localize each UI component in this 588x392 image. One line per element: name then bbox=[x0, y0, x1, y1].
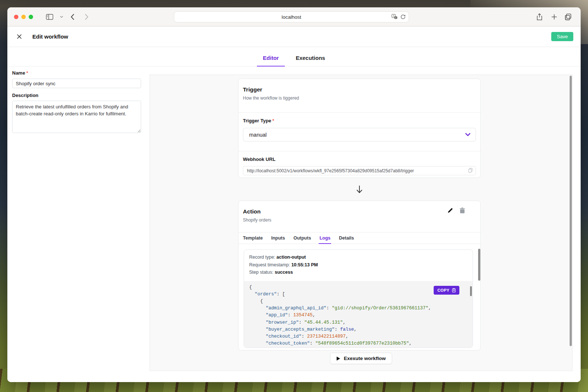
required-asterisk: * bbox=[26, 70, 28, 76]
tab-inputs[interactable]: Inputs bbox=[271, 233, 285, 244]
log-panel-scrollbar-thumb[interactable] bbox=[478, 249, 480, 281]
description-label: Description bbox=[12, 93, 145, 98]
step-status-value: success bbox=[275, 270, 293, 275]
tab-template[interactable]: Template bbox=[243, 233, 263, 244]
sidebar-chevron-down-icon[interactable] bbox=[57, 12, 66, 21]
edit-pencil-icon[interactable] bbox=[447, 208, 453, 215]
trigger-card-header: Trigger How the workflow is tiggered bbox=[239, 79, 480, 113]
delete-trash-icon[interactable] bbox=[460, 208, 465, 215]
record-type-value: action-output bbox=[276, 255, 306, 260]
step-status-row: Step status: success bbox=[249, 270, 467, 275]
trigger-card: Trigger How the workflow is tiggered Tri… bbox=[238, 79, 481, 178]
trigger-type-section: Trigger Type* manual bbox=[239, 113, 480, 151]
name-label: Name* bbox=[12, 70, 145, 76]
forward-icon[interactable] bbox=[82, 12, 91, 21]
trigger-title: Trigger bbox=[243, 86, 476, 93]
tab-overview-icon[interactable] bbox=[563, 12, 573, 21]
action-card: Action Shopify orders bbox=[238, 201, 481, 350]
close-icon[interactable] bbox=[15, 32, 24, 41]
close-traffic-light[interactable] bbox=[14, 15, 18, 19]
share-icon[interactable] bbox=[535, 12, 544, 21]
action-subtitle: Shopify orders bbox=[243, 217, 476, 223]
traffic-lights bbox=[14, 15, 33, 19]
name-input[interactable] bbox=[12, 79, 141, 88]
zoom-traffic-light[interactable] bbox=[29, 15, 33, 19]
new-tab-icon[interactable] bbox=[549, 12, 559, 21]
address-bar-url: localhost bbox=[282, 14, 301, 20]
action-tab-bar: Template Inputs Outputs Logs Details bbox=[239, 233, 480, 244]
browser-window: localhost A x bbox=[7, 7, 581, 382]
workflow-header: Edit workflow Save bbox=[7, 26, 581, 47]
description-textarea[interactable]: Retrieve the latest unfulfilled orders f… bbox=[12, 101, 141, 133]
tab-logs[interactable]: Logs bbox=[319, 233, 330, 244]
play-icon bbox=[336, 356, 340, 361]
canvas-scrollbar-thumb[interactable] bbox=[570, 76, 572, 346]
page-title: Edit workflow bbox=[32, 33, 68, 40]
chevron-down-icon bbox=[465, 133, 470, 136]
trigger-subtitle: How the workflow is tiggered bbox=[243, 96, 476, 101]
flow-arrow-icon bbox=[238, 182, 481, 197]
copy-icon[interactable] bbox=[468, 168, 473, 174]
action-card-header: Action Shopify orders bbox=[239, 201, 480, 233]
tab-editor[interactable]: Editor bbox=[261, 55, 281, 66]
request-timestamp-row: Request timestamp: 10:55:13 PM bbox=[249, 262, 467, 267]
webhook-section: Webhook URL http://localhost:5002/v1/wor… bbox=[239, 151, 480, 181]
sidebar-icon[interactable] bbox=[45, 12, 54, 21]
minimize-traffic-light[interactable] bbox=[21, 15, 26, 19]
svg-text:x: x bbox=[395, 17, 396, 19]
reload-icon[interactable] bbox=[400, 14, 406, 21]
code-scrollbar-thumb[interactable] bbox=[470, 286, 472, 296]
editor-content: Name* Description Retrieve the latest un… bbox=[7, 66, 581, 382]
trigger-type-value: manual bbox=[249, 132, 267, 138]
workflow-canvas: Trigger How the workflow is tiggered Tri… bbox=[150, 75, 573, 371]
execute-workflow-button[interactable]: Exexute workflow bbox=[330, 353, 392, 364]
browser-toolbar: localhost A x bbox=[7, 7, 581, 26]
required-asterisk: * bbox=[272, 118, 274, 123]
workflow-form: Name* Description Retrieve the latest un… bbox=[7, 66, 150, 382]
clipboard-icon bbox=[452, 288, 456, 292]
tab-outputs[interactable]: Outputs bbox=[293, 233, 311, 244]
workflow-tab-bar: Editor Executions bbox=[7, 47, 581, 66]
webhook-url-label: Webhook URL bbox=[243, 157, 476, 162]
record-type-row: Record type: action-output bbox=[249, 255, 467, 260]
json-output-viewer: { "orders": [ { "admin_graphql_api_id": … bbox=[244, 281, 473, 348]
save-button[interactable]: Save bbox=[551, 32, 573, 41]
webhook-url-value: http://localhost:5002/v1/workflows/wkfl_… bbox=[247, 168, 414, 173]
request-timestamp-value: 10:55:13 PM bbox=[291, 262, 318, 267]
webhook-url-field[interactable]: http://localhost:5002/v1/workflows/wkfl_… bbox=[243, 166, 476, 175]
trigger-type-select[interactable]: manual bbox=[243, 128, 476, 141]
tab-executions[interactable]: Executions bbox=[294, 55, 327, 66]
address-bar[interactable]: localhost A x bbox=[174, 11, 409, 22]
log-record-card: Record type: action-output Request times… bbox=[244, 249, 473, 348]
tab-details[interactable]: Details bbox=[339, 233, 354, 244]
translate-icon[interactable]: A x bbox=[391, 14, 398, 21]
copy-button[interactable]: COPY bbox=[434, 286, 459, 295]
svg-text:A: A bbox=[392, 14, 394, 18]
back-icon[interactable] bbox=[68, 12, 77, 21]
action-title: Action bbox=[243, 208, 476, 215]
trigger-type-label: Trigger Type* bbox=[243, 118, 476, 123]
log-record-info: Record type: action-output Request times… bbox=[244, 250, 473, 281]
